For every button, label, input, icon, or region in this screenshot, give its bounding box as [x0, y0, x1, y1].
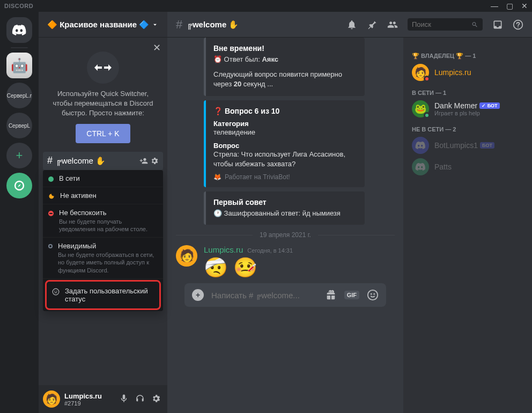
server-pill[interactable]: СерверL — [6, 113, 32, 138]
server-divider — [11, 47, 28, 48]
status-dnd[interactable]: Не беспокоить Вы не будете получать увед… — [43, 204, 163, 238]
close-icon[interactable]: ✕ — [153, 42, 161, 54]
compass-icon — [14, 180, 25, 191]
mute-button[interactable] — [117, 392, 131, 407]
status-online[interactable]: В сети — [43, 170, 163, 187]
help-icon[interactable] — [513, 19, 523, 30]
member-avatar — [412, 158, 429, 175]
server-header[interactable]: 🔶 Красивое название 🔷 — [39, 12, 167, 38]
member-avatar: 🧑 — [412, 64, 429, 81]
server-pill[interactable]: СерверL.r — [6, 83, 32, 108]
member-category-owner: 🏆 ВЛАДЕЛЕЦ 🏆 — 1 — [408, 50, 528, 62]
channel-name: ╔welcome ✋ — [56, 156, 139, 166]
member-offline[interactable]: Patts — [408, 156, 528, 178]
smiley-icon — [52, 288, 60, 296]
message-input[interactable] — [211, 291, 317, 300]
date-divider: 19 апреля 2021 г. — [176, 231, 395, 239]
messages-area: Вне времени! ⏰ Ответ был: Аякс Следующий… — [167, 38, 403, 413]
quick-switcher-button[interactable]: CTRL + K — [76, 124, 130, 143]
user-name: Lumpics.ru — [64, 392, 117, 400]
member-avatar: 🐸 — [412, 100, 429, 117]
settings-button[interactable] — [149, 392, 163, 407]
dnd-dot-icon — [48, 211, 54, 216]
channel-welcome[interactable]: # ╔welcome ✋ — [43, 152, 163, 170]
member-avatar — [412, 137, 429, 154]
status-invisible[interactable]: Невидимый Вы не будете отображаться в се… — [43, 238, 163, 279]
svg-point-7 — [373, 293, 375, 295]
embed-timeout: Вне времени! ⏰ Ответ был: Аякс Следующий… — [204, 38, 365, 96]
channel-header-name: ╔welcome ✋ — [187, 20, 346, 30]
member-owner[interactable]: 🧑 Lumpics.ru — [408, 62, 528, 83]
message: 🧑 Lumpics.ru Сегодня, в 14:31 🤕 🤒 — [176, 245, 395, 279]
emoji-icon[interactable] — [367, 289, 379, 301]
quick-switcher-icon — [87, 51, 119, 84]
member-category-online: В СЕТИ — 1 — [408, 87, 528, 98]
search-box[interactable] — [408, 18, 483, 31]
members-icon[interactable] — [387, 19, 398, 30]
search-input[interactable] — [412, 20, 471, 28]
inbox-icon[interactable] — [492, 19, 503, 30]
attach-button[interactable]: + — [192, 289, 204, 301]
embed-hint: Первый совет 🕐 Зашифрованный ответ: йд н… — [204, 191, 365, 225]
status-custom[interactable]: Задать пользовательский статус — [47, 282, 159, 308]
online-dot-icon — [48, 176, 54, 182]
hash-icon: # — [47, 155, 53, 166]
status-custom-highlight: Задать пользовательский статус — [45, 280, 161, 310]
members-list: 🏆 ВЛАДЕЛЕЦ 🏆 — 1 🧑 Lumpics.ru В СЕТИ — 1… — [403, 38, 532, 413]
svg-point-3 — [56, 291, 57, 292]
server-name: 🔶 Красивое название 🔷 — [47, 20, 151, 30]
discord-icon — [12, 24, 27, 36]
message-input-bar: + GIF — [184, 283, 386, 307]
message-author[interactable]: Lumpics.ru — [204, 245, 243, 254]
embed-question: ❓ Вопрос 6 из 10 Категория телевидение В… — [204, 100, 365, 188]
gear-icon[interactable] — [150, 157, 159, 165]
title-bar-text: DISCORD — [4, 3, 33, 9]
bell-icon[interactable] — [346, 19, 357, 30]
quick-switcher-text: Используйте Quick Switcher, чтобы переме… — [47, 89, 159, 119]
status-idle[interactable]: Не активен — [43, 187, 163, 204]
svg-point-6 — [371, 293, 372, 295]
user-panel: 🧑 Lumpics.ru #2719 — [39, 385, 167, 413]
add-server-button[interactable]: + — [6, 143, 32, 168]
close-button[interactable]: ✕ — [521, 2, 528, 10]
server-avatar[interactable]: 🤖 — [6, 53, 32, 78]
search-icon — [471, 21, 478, 28]
pin-icon[interactable] — [367, 19, 378, 30]
arrows-icon — [93, 61, 113, 74]
bot-tag: ✓ БОТ — [479, 102, 499, 109]
channel-header: # ╔welcome ✋ — [167, 12, 532, 38]
svg-point-5 — [368, 290, 378, 300]
svg-point-1 — [53, 289, 59, 295]
user-tag: #2719 — [64, 400, 117, 407]
message-body: 🤕 🤒 — [204, 256, 395, 279]
idle-moon-icon — [48, 193, 55, 200]
member-category-offline: НЕ В СЕТИ — 2 — [408, 124, 528, 135]
member-dank-memer[interactable]: 🐸 Dank Memer✓ БОТ Играет в pls help — [408, 98, 528, 120]
chevron-down-icon — [151, 21, 159, 28]
invisible-dot-icon — [48, 244, 53, 248]
explore-button[interactable] — [6, 173, 32, 198]
hash-icon: # — [176, 18, 182, 32]
user-avatar[interactable]: 🧑 — [43, 390, 60, 408]
add-member-icon[interactable] — [139, 157, 148, 165]
maximize-button[interactable]: ▢ — [506, 2, 513, 10]
home-button[interactable] — [6, 17, 32, 43]
minimize-button[interactable]: — — [491, 2, 498, 10]
bot-tag: БОТ — [480, 142, 494, 149]
member-offline[interactable]: BotLumpics1БОТ — [408, 135, 528, 156]
gif-button[interactable]: GIF — [344, 291, 359, 299]
quick-switcher-card: ✕ Используйте Quick Switcher, чтобы пере… — [39, 38, 167, 152]
message-avatar[interactable]: 🧑 — [176, 245, 197, 267]
gift-icon[interactable] — [325, 289, 337, 301]
svg-point-2 — [54, 291, 55, 292]
message-time: Сегодня, в 14:31 — [247, 247, 293, 254]
deafen-button[interactable] — [133, 392, 147, 407]
status-menu: В сети Не активен Не беспокоить Вы не бу… — [43, 170, 163, 311]
